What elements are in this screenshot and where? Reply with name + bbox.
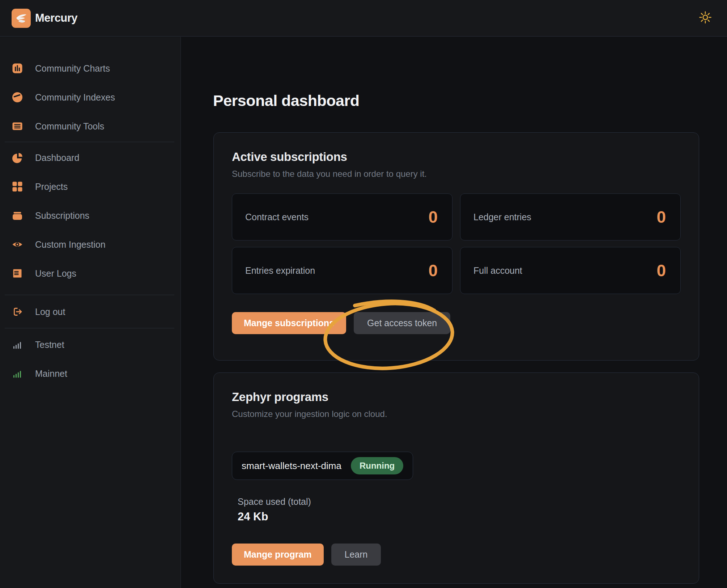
sidebar-item-log-out[interactable]: Log out xyxy=(0,297,180,326)
sidebar-divider xyxy=(5,295,174,295)
sidebar-item-label: Subscriptions xyxy=(35,210,89,221)
log-file-icon xyxy=(12,268,23,279)
manage-subscriptions-button[interactable]: Mange subscriptions xyxy=(232,312,346,334)
sidebar-item-dashboard[interactable]: Dashboard xyxy=(0,143,180,172)
sidebar-item-testnet[interactable]: Testnet xyxy=(0,330,180,359)
signal-bars-icon xyxy=(12,339,23,350)
sidebar-item-label: Projects xyxy=(35,182,68,192)
pie-chart-icon xyxy=(12,152,23,163)
sidebar-divider xyxy=(5,142,174,142)
archive-icon xyxy=(12,210,23,221)
sidebar-item-subscriptions[interactable]: Subscriptions xyxy=(0,201,180,230)
bar-chart-icon xyxy=(12,63,23,74)
grid-icon xyxy=(12,181,23,192)
sun-icon xyxy=(698,10,712,26)
signal-bars-icon xyxy=(12,368,23,379)
stat-ledger-entries: Ledger entries 0 xyxy=(460,193,681,240)
sidebar-item-community-tools[interactable]: Community Tools xyxy=(0,112,180,141)
stat-label: Contract events xyxy=(245,212,309,222)
stat-entries-expiration: Entries expiration 0 xyxy=(232,247,452,294)
stat-label: Ledger entries xyxy=(473,212,531,222)
sidebar-item-label: Community Tools xyxy=(35,121,104,132)
program-chip[interactable]: smart-wallets-next-dima Running xyxy=(232,452,413,480)
stat-value: 0 xyxy=(656,207,666,227)
topbar: Mercury xyxy=(0,0,727,37)
sidebar-item-label: Custom Ingestion xyxy=(35,239,106,250)
subscriptions-stats-grid: Contract events 0 Ledger entries 0 Entri… xyxy=(232,193,681,294)
space-used-value: 24 Kb xyxy=(238,510,681,523)
logout-icon xyxy=(12,306,23,317)
stat-contract-events: Contract events 0 xyxy=(232,193,452,240)
list-card-icon xyxy=(12,121,23,132)
card-title: Active subscriptions xyxy=(232,150,681,164)
sidebar-item-label: Community Charts xyxy=(35,63,110,74)
learn-button[interactable]: Learn xyxy=(331,544,381,566)
card-title: Zephyr programs xyxy=(232,390,681,404)
space-used-label: Space used (total) xyxy=(238,497,681,507)
gauge-icon xyxy=(12,92,23,103)
stat-value: 0 xyxy=(656,261,666,280)
card-subtitle: Customize your ingestion logic on cloud. xyxy=(232,409,681,419)
mercury-logo[interactable] xyxy=(12,9,31,28)
sidebar-item-label: Community Indexes xyxy=(35,92,115,103)
stat-value: 0 xyxy=(428,261,438,280)
sidebar-item-community-charts[interactable]: Community Charts xyxy=(0,54,180,83)
sidebar-item-label: Dashboard xyxy=(35,153,79,163)
theme-toggle-button[interactable] xyxy=(697,10,713,26)
sidebar-item-custom-ingestion[interactable]: Custom Ingestion xyxy=(0,230,180,259)
space-used-block: Space used (total) 24 Kb xyxy=(232,497,681,523)
main-content: Personal dashboard Active subscriptions … xyxy=(181,37,727,588)
sidebar-item-label: Testnet xyxy=(35,340,64,350)
sidebar-item-user-logs[interactable]: User Logs xyxy=(0,259,180,288)
card-subtitle: Subscribe to the data you need in order … xyxy=(232,169,681,179)
sidebar-item-label: Mainnet xyxy=(35,368,67,379)
stat-label: Entries expiration xyxy=(245,265,315,276)
sidebar-item-projects[interactable]: Projects xyxy=(0,172,180,201)
active-subscriptions-card: Active subscriptions Subscribe to the da… xyxy=(213,132,699,361)
brand-name: Mercury xyxy=(35,12,77,25)
zephyr-buttons: Mange program Learn xyxy=(232,544,681,566)
sidebar-item-label: Log out xyxy=(35,307,65,317)
program-name: smart-wallets-next-dima xyxy=(242,460,341,472)
page-title: Personal dashboard xyxy=(213,92,359,110)
sidebar-item-community-indexes[interactable]: Community Indexes xyxy=(0,83,180,112)
stat-label: Full account xyxy=(473,265,522,276)
zephyr-programs-card: Zephyr programs Customize your ingestion… xyxy=(213,372,699,584)
sidebar-item-mainnet[interactable]: Mainnet xyxy=(0,359,180,388)
get-access-token-button[interactable]: Get access token xyxy=(354,312,450,334)
sidebar-divider xyxy=(5,328,174,328)
stat-value: 0 xyxy=(428,207,438,227)
stat-full-account: Full account 0 xyxy=(460,247,681,294)
subscriptions-buttons: Mange subscriptions Get access token xyxy=(232,312,681,334)
sidebar: Community Charts Community Indexes Commu… xyxy=(0,37,181,588)
manage-program-button[interactable]: Mange program xyxy=(232,544,324,566)
eye-icon xyxy=(12,239,23,250)
status-badge: Running xyxy=(351,457,403,474)
sidebar-item-label: User Logs xyxy=(35,268,76,279)
wing-icon xyxy=(14,10,29,26)
